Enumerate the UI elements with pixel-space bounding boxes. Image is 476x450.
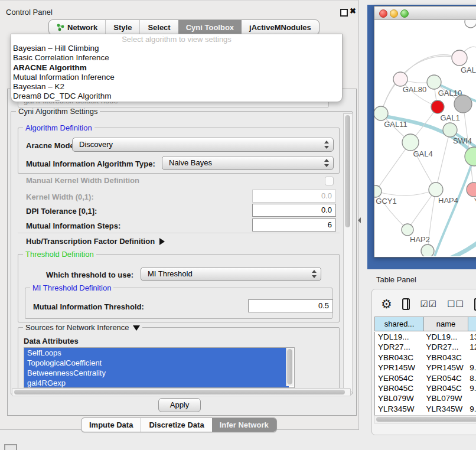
tab-cyni-toolbox[interactable]: Cyni Toolbox (178, 20, 242, 34)
network-node[interactable] (452, 50, 467, 66)
algorithm-option[interactable]: Bayesian – Hill Climbing (11, 44, 342, 53)
aracne-mode-combobox[interactable]: Discovery (72, 138, 334, 152)
tab-style[interactable]: Style (106, 20, 140, 34)
zoom-window-icon[interactable] (400, 9, 409, 18)
dpi-tolerance-field[interactable]: 0.0 (252, 204, 336, 217)
table-row[interactable]: YBR045CYBR045C9. (375, 383, 476, 393)
table-cell (467, 393, 476, 403)
scrollbar-thumb[interactable] (345, 115, 350, 227)
gear-icon[interactable]: ⚙ (381, 296, 392, 312)
mi-algorithm-type-combobox[interactable]: Naive Bayes (162, 156, 334, 170)
attribute-list-item[interactable]: gal4RGexp (24, 378, 289, 388)
network-node[interactable] (421, 244, 434, 256)
kernel-width-field[interactable]: 0.0 (252, 190, 336, 203)
node-label: Y (474, 197, 476, 206)
data-attributes-list[interactable]: SelfLoopsTopologicalCoefficientBetweenne… (24, 347, 295, 388)
network-canvas[interactable]: GALGAL80GAL10GAL1GAL11SWI4GAL4GCY1HAP4YH… (374, 20, 476, 256)
table-cell: 9. (467, 363, 476, 373)
mi-threshold-label: Mutual Information Threshold: (33, 302, 144, 311)
algorithm-option[interactable]: ARACNE Algorithm (11, 63, 342, 73)
table-row[interactable]: YPR145WYPR145W9. (375, 363, 476, 373)
select-all-icon[interactable]: ☑☑ (420, 299, 437, 309)
column-header-clipped[interactable] (468, 317, 476, 331)
table-cell: 13 (467, 332, 476, 342)
network-node[interactable] (454, 95, 472, 113)
table-row[interactable]: YDR27...YDR27...12 (375, 342, 476, 352)
close-window-icon[interactable] (379, 9, 387, 18)
combobox-arrows-icon (312, 270, 317, 278)
group-title: MI Threshold Definition (30, 283, 113, 292)
network-node[interactable] (427, 75, 441, 89)
scrollbar-thumb[interactable] (287, 349, 292, 384)
float-panel-icon[interactable] (340, 9, 348, 17)
tab-select[interactable]: Select (140, 20, 178, 34)
table-body[interactable]: YDL19...YDL19...13YDR27...YDR27...12YBR0… (374, 332, 476, 415)
algorithm-dropdown-popup: Select algorithm to view settings Bayesi… (11, 34, 343, 102)
tab-network[interactable]: Network (49, 20, 106, 34)
algorithm-option[interactable]: Mutual Information Inference (11, 73, 342, 82)
settings-horizontal-scrollbar[interactable] (12, 388, 351, 396)
network-node[interactable] (465, 20, 476, 28)
attribute-list-item[interactable]: SelfLoops (24, 348, 289, 358)
algorithm-option[interactable]: Basic Correlation Inference (11, 53, 342, 63)
algorithm-option[interactable]: Bayesian – K2 (11, 82, 342, 92)
attribute-list-item[interactable]: BetweennessCentrality (24, 368, 289, 378)
settings-vertical-scrollbar[interactable] (343, 113, 353, 392)
table-row[interactable]: YBR043CYBR043C (375, 353, 476, 363)
network-window-titlebar[interactable] (374, 6, 476, 20)
hub-definition-label: Hub/Transcription Factor Definition (26, 237, 155, 246)
network-node[interactable] (443, 123, 457, 137)
network-node[interactable] (402, 134, 419, 151)
sources-title: Sources for Network Inference (25, 323, 129, 332)
table-cell: YDR27... (375, 342, 423, 352)
network-node[interactable] (465, 147, 476, 166)
attributes-vertical-scrollbar[interactable] (286, 348, 294, 386)
network-node[interactable] (431, 100, 444, 113)
apply-button[interactable]: Apply (158, 398, 201, 412)
panel-splitter-handle[interactable] (358, 217, 361, 223)
kernel-width-label: Kernel Width (0,1): (26, 193, 94, 201)
which-threshold-combobox[interactable]: MI Threshold (141, 267, 321, 281)
table-row[interactable]: YER054CYER054C8. (375, 373, 476, 383)
scrollbar-thumb[interactable] (376, 417, 476, 422)
table-row[interactable]: YDL19...YDL19...13 (375, 332, 476, 342)
minimize-window-icon[interactable] (390, 9, 398, 18)
tab-discretize-data[interactable]: Discretize Data (141, 418, 211, 432)
tab-jactivemnodules[interactable]: jActiveMNodules (242, 20, 319, 34)
table-row[interactable]: YLR345WYLR345W9. (375, 404, 476, 414)
mi-threshold-field[interactable]: 0.5 (248, 299, 333, 312)
deselect-all-icon[interactable]: ☐☐ (447, 299, 464, 309)
algorithm-option[interactable]: Dream8 DC_TDC Algorithm (11, 92, 342, 101)
attribute-list-item[interactable]: TopologicalCoefficient (24, 358, 289, 368)
table-horizontal-scrollbar[interactable] (374, 415, 476, 423)
column-layout-icon[interactable] (402, 298, 410, 310)
column-header-name[interactable]: name (424, 317, 468, 331)
sources-toggle[interactable]: Sources for Network Inference (23, 323, 142, 332)
network-node[interactable] (402, 224, 413, 236)
network-node[interactable] (467, 182, 476, 197)
hub-definition-toggle[interactable]: Hub/Transcription Factor Definition (26, 237, 165, 246)
control-panel-tabbar: Network Style Select Cyni Toolbox jActiv… (48, 19, 319, 35)
network-node[interactable] (429, 182, 443, 197)
minimized-panel-icon[interactable] (4, 444, 17, 450)
network-node[interactable] (374, 106, 388, 120)
manual-kernel-checkbox[interactable] (325, 177, 334, 185)
network-node[interactable] (374, 185, 382, 197)
expanded-arrow-icon (133, 325, 140, 331)
network-node[interactable] (393, 72, 407, 86)
table-row[interactable]: YBL079WYBL079W (375, 393, 476, 403)
table-cell: YDL19... (423, 332, 467, 342)
group-title: Algorithm Definition (23, 123, 94, 132)
scrollbar-thumb[interactable] (14, 390, 345, 394)
network-window[interactable]: GALGAL80GAL10GAL1GAL11SWI4GAL4GCY1HAP4YH… (374, 6, 476, 257)
tab-impute-data[interactable]: Impute Data (81, 418, 141, 432)
table-cell: YBR043C (375, 353, 423, 363)
table-cell: YDL19... (375, 332, 423, 342)
table-cell: YBL079W (375, 393, 423, 403)
tab-label: Select (148, 23, 170, 32)
mi-steps-field[interactable]: 6 (252, 219, 336, 231)
column-header-shared-name[interactable]: shared... (374, 317, 424, 331)
network-nodes[interactable]: GALGAL80GAL10GAL1GAL11SWI4GAL4GCY1HAP4YH… (374, 20, 476, 256)
close-panel-icon[interactable]: ✖ (350, 6, 356, 15)
tab-infer-network[interactable]: Infer Network (212, 418, 276, 432)
